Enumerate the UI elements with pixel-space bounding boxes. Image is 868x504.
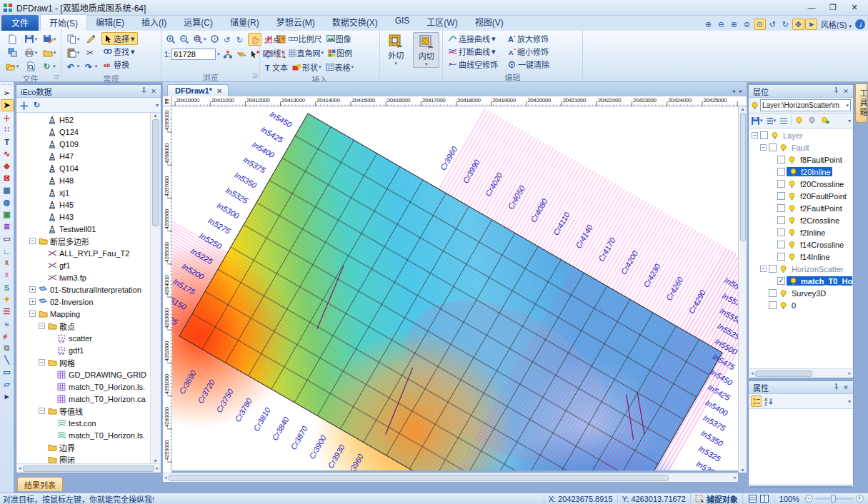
insert-text-button[interactable]: T文本 [263,61,289,74]
layer-tree-item[interactable]: −Fault [749,141,852,153]
fit-vertical-icon[interactable]: ⊙ [754,19,766,30]
print-icon[interactable]: ▾ [23,48,39,58]
grid-view-icon[interactable] [747,493,758,504]
layer-checklist-button[interactable] [778,115,789,126]
data-tree-item[interactable]: −散点 [17,320,150,332]
hatch-tool[interactable]: ≣ [1,221,14,233]
menu-tab[interactable]: 工区(W) [418,14,466,31]
tag-icon[interactable] [235,49,248,60]
close-button[interactable]: ✕ [844,3,865,12]
snap-object-toggle[interactable]: 捕捉对象 [690,493,742,504]
lines-strike-tool[interactable]: ≢ [1,330,14,342]
data-tree-item[interactable]: match_T0_Horizon.ls. [17,429,150,441]
more-tool[interactable]: ▸ [1,390,14,403]
text-tool[interactable]: T [1,136,14,148]
tree-expander-icon[interactable]: − [29,311,36,317]
insert-scalebar-button[interactable]: 比例尺 [287,32,324,45]
erase-tool[interactable]: ⊠ [1,172,14,184]
insert-shape-button[interactable]: 形状▾ [291,61,323,74]
sync-icon[interactable]: ↻▾ [41,61,57,71]
toolbar-overflow-icon[interactable]: ▾ [848,118,851,124]
tree-expander-icon[interactable]: − [752,132,758,138]
layer-visibility-checkbox[interactable] [769,289,777,297]
map-canvas[interactable]: In5450In5425In5400In5375In5350In5325In53… [172,106,738,470]
save-as-icon[interactable]: ▾ [41,34,58,44]
insert-line-button[interactable]: 线▾ [263,46,286,59]
insert-image-button[interactable]: 图像 [325,32,353,45]
preview-icon[interactable] [25,61,37,72]
data-tree-item[interactable]: −断层多边形 [17,235,150,247]
connect-curve-button[interactable]: 连接曲线▾ [446,32,500,45]
data-tree-item[interactable]: H43 [17,211,150,223]
canvas-hscrollbar[interactable]: ◂▸ [163,473,738,482]
tab-close-icon[interactable]: ✕ [216,87,222,95]
select-button[interactable]: 选择▾ [101,32,138,45]
data-tree-vscrollbar[interactable]: ▲▼ [150,113,160,463]
one-key-clear-button[interactable]: 一键清除 [506,58,552,71]
rotate-right-icon[interactable]: ↻ [235,33,247,46]
globe-tool[interactable]: ◍ [1,196,14,208]
toolbar-overflow-icon[interactable]: ▾ [156,102,159,109]
data-tree-item[interactable]: lwm3.fp [17,271,150,283]
data-tree-item[interactable]: −网格 [17,356,150,368]
data-tree-item[interactable]: 边界 [17,441,150,453]
pointer-tool[interactable]: ➢ [1,87,14,99]
zoom-out-icon[interactable]: ⊖ [715,19,727,30]
data-tree-item[interactable]: Q109 [17,138,150,150]
tree-expander-icon[interactable]: + [29,298,36,305]
style-button[interactable]: 风格(S) ▾ [818,19,854,30]
curve-hollow-decor-button[interactable]: 曲线空修饰 [446,58,500,71]
data-tree-item[interactable]: −Mapping [17,308,150,320]
zoom-window-icon[interactable]: ▾ [191,33,208,46]
categorized-view-button[interactable] [751,395,762,407]
bulb-off-button[interactable] [807,115,817,126]
zoom-prev-icon[interactable] [209,33,221,46]
minimize-button[interactable]: — [801,3,822,12]
zoom-out-icon[interactable] [178,33,191,46]
tree-expander-icon[interactable]: − [760,266,767,272]
connect-tool[interactable]: S [1,281,14,293]
replace-button[interactable]: ab替换 [101,58,138,71]
split-view-icon[interactable] [759,493,770,504]
lines-pen-tool[interactable]: ≡ [1,318,14,330]
data-tree-item[interactable]: H48 [17,174,150,186]
zoom-prev-icon[interactable]: ⊜ [741,19,753,30]
data-tree-item[interactable]: Testwell01 [17,223,150,235]
tree-expander-icon[interactable]: + [29,286,36,293]
insert-legend-button[interactable]: 图例 [326,46,354,59]
menu-file[interactable]: 文件 [1,15,39,31]
close-icon[interactable]: ✕ [841,88,851,95]
menu-tab[interactable]: 视图(V) [467,14,512,31]
layer-tree-item[interactable]: f14Inline [749,251,852,263]
data-tree-item[interactable]: gdf1 [17,344,150,356]
zoom-window-icon[interactable]: ⊕ [728,19,740,30]
cursor-plus-icon[interactable] [249,49,261,60]
close-icon[interactable]: ✕ [149,88,159,95]
data-tree-item[interactable]: Q124 [17,126,150,138]
clip-inner-button[interactable]: ✂ 内切▾ [413,32,439,68]
bulb-on-button[interactable] [794,115,804,126]
layer-tree-item[interactable]: f20Crossline [749,178,852,190]
toolbox-tab[interactable]: 工具箱 [855,84,867,123]
new-file-icon[interactable] [6,34,19,45]
menu-tab[interactable]: 编辑(E) [87,14,133,31]
fault-cross2-tool[interactable]: ☓ [1,269,14,281]
pan-hand-icon[interactable]: ✥ [792,19,804,30]
copy-icon[interactable]: ▾ [66,34,81,44]
bulb-lock-button[interactable] [819,115,830,126]
data-tree-item[interactable]: scatter [17,332,150,344]
select-tool[interactable]: ➤ [1,99,14,111]
tree-expander-icon[interactable]: − [39,408,45,414]
layer-visibility-checkbox[interactable] [777,168,785,176]
data-tree-item[interactable]: +01-StructuralInterpretation [17,283,150,296]
scale-input[interactable] [171,49,216,60]
data-tree-item[interactable]: H45 [17,198,150,211]
star-tool[interactable]: ✦ [1,293,14,306]
data-tree-item[interactable]: +02-Inversion [17,296,150,308]
redo-icon[interactable]: ↷▾ [84,61,99,71]
brush-icon[interactable] [85,34,97,44]
pin-icon[interactable] [831,87,841,96]
layer-visibility-checkbox[interactable] [760,131,768,139]
layer-visibility-checkbox[interactable] [777,204,785,212]
data-tree-item[interactable]: 圈闭 [17,453,150,463]
